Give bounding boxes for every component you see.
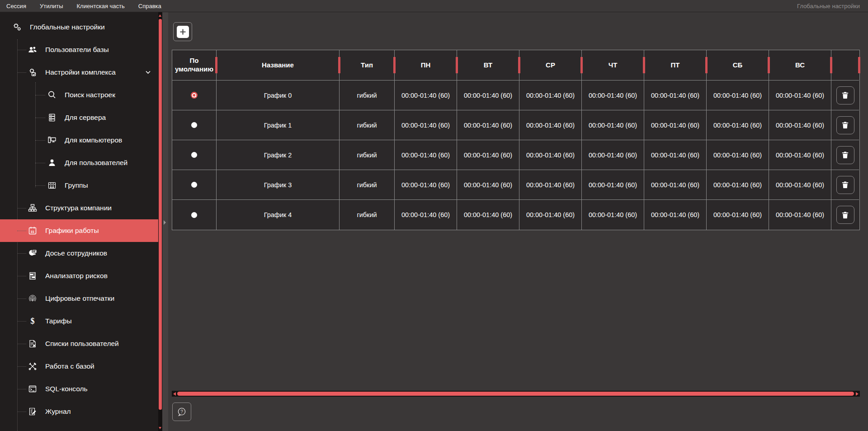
schedule-type-cell: гибкий — [340, 200, 395, 230]
sidebar-item-db-maintenance[interactable]: Работа с базой — [0, 355, 159, 378]
sidebar-item-label: Журнал — [45, 407, 71, 416]
schedule-type-cell: гибкий — [340, 81, 395, 110]
sidebar-item-label: Тарифы — [45, 317, 72, 325]
sidebar-scrollbar-thumb[interactable] — [159, 19, 162, 410]
schedule-name-cell: График 2 — [217, 140, 340, 170]
column-header-default: По умолчанию — [172, 50, 217, 81]
sidebar-item-complex-settings[interactable]: Настройки комплекса — [0, 61, 159, 84]
sidebar-item-for-users[interactable]: Для пользователей — [0, 152, 159, 174]
day-time-cell: 00:00-01:40 (60) — [395, 140, 457, 170]
delete-schedule-button[interactable] — [836, 176, 854, 194]
day-time-cell: 00:00-01:40 (60) — [769, 200, 831, 230]
sidebar-item-for-server[interactable]: Для сервера — [0, 106, 159, 129]
day-time-cell: 00:00-01:40 (60) — [582, 200, 644, 230]
delete-schedule-button[interactable] — [836, 86, 854, 104]
sidebar-item-label: Пользователи базы — [45, 46, 109, 54]
menu-utilities[interactable]: Утилиты — [40, 3, 63, 9]
sidebar-item-risk-analyzer[interactable]: Анализатор рисков — [0, 265, 159, 287]
sidebar-item-global-settings[interactable]: Глобальные настройки — [0, 16, 159, 38]
day-time-cell: 00:00-01:40 (60) — [395, 200, 457, 230]
sidebar-item-label: Для компьютеров — [65, 136, 122, 144]
day-time-cell: 00:00-01:40 (60) — [644, 140, 707, 170]
panel-collapse-handle-icon[interactable] — [164, 220, 166, 225]
sidebar-item-db-users[interactable]: Пользователи базы — [0, 38, 159, 61]
sidebar-item-settings-search[interactable]: Поиск настроек — [0, 84, 159, 106]
sidebar-item-work-schedules[interactable]: 31Графики работы — [0, 219, 159, 242]
calendar-31-icon: 31 — [27, 225, 38, 236]
computer-icon — [47, 135, 57, 146]
sidebar-item-label: Группы — [65, 181, 88, 189]
svg-text:$: $ — [31, 317, 35, 326]
schedule-name-cell: График 0 — [217, 81, 340, 110]
day-time-cell: 00:00-01:40 (60) — [395, 170, 457, 200]
gears-icon — [12, 22, 23, 33]
sidebar-item-sql-console[interactable]: SQL-консоль — [0, 378, 159, 400]
sidebar-item-company-structure[interactable]: Структура компании — [0, 197, 159, 219]
chevron-down-icon — [146, 71, 151, 74]
delete-schedule-button[interactable] — [836, 206, 854, 224]
content-area: По умолчаниюНазваниеТипПНВТСРЧТПТСБВСГра… — [168, 12, 868, 431]
table-row-default-cell — [172, 200, 217, 230]
scroll-up-arrow-icon[interactable] — [159, 14, 161, 17]
column-header-sat: СБ — [707, 50, 769, 81]
default-radio[interactable] — [191, 182, 197, 188]
dossier-icon — [27, 248, 38, 259]
column-header-thu: ЧТ — [582, 50, 644, 81]
console-icon — [27, 384, 38, 394]
table-row-actions-cell — [831, 110, 859, 140]
schedule-type-cell: гибкий — [340, 140, 395, 170]
sidebar-scrollbar[interactable] — [158, 12, 162, 431]
menu-help[interactable]: Справка — [138, 3, 161, 9]
delete-schedule-button[interactable] — [836, 146, 854, 164]
sidebar-item-label: Глобальные настройки — [30, 23, 105, 31]
default-radio[interactable] — [191, 212, 197, 218]
risk-list-icon — [27, 270, 38, 281]
scroll-left-arrow-icon[interactable] — [173, 392, 176, 396]
schedule-type-cell: гибкий — [340, 170, 395, 200]
day-time-cell: 00:00-01:40 (60) — [457, 140, 519, 170]
scroll-right-arrow-icon[interactable] — [856, 392, 859, 396]
sidebar-item-employee-dossiers[interactable]: Досье сотрудников — [0, 242, 159, 265]
sidebar-item-digital-fingerprints[interactable]: Цифровые отпечатки — [0, 287, 159, 310]
add-schedule-button[interactable] — [173, 22, 192, 41]
sidebar-item-groups[interactable]: Группы — [0, 174, 159, 197]
scroll-down-arrow-icon[interactable] — [159, 427, 161, 429]
main-menu: СессияУтилитыКлиентская частьСправка — [6, 3, 161, 9]
sidebar-item-tariffs[interactable]: $Тарифы — [0, 310, 159, 332]
menu-session[interactable]: Сессия — [6, 3, 26, 9]
sidebar-item-user-lists[interactable]: Списки пользователей — [0, 332, 159, 355]
menu-client-part[interactable]: Клиентская часть — [77, 3, 125, 9]
svg-text:31: 31 — [31, 230, 34, 234]
default-radio[interactable] — [191, 152, 197, 158]
default-radio[interactable] — [191, 92, 198, 99]
tree-connector — [35, 185, 45, 186]
schedule-type-cell: гибкий — [340, 110, 395, 140]
day-time-cell: 00:00-01:40 (60) — [519, 110, 582, 140]
horizontal-scrollbar[interactable] — [172, 391, 860, 397]
horizontal-scrollbar-thumb[interactable] — [177, 392, 854, 396]
delete-schedule-button[interactable] — [836, 116, 854, 134]
sidebar-item-journal[interactable]: Журнал — [0, 400, 159, 423]
day-time-cell: 00:00-01:40 (60) — [644, 200, 707, 230]
table-row-default-cell — [172, 110, 217, 140]
help-button[interactable]: ? — [172, 403, 191, 421]
sidebar-item-partial-bottom[interactable] — [0, 423, 159, 431]
sidebar-item-for-computers[interactable]: Для компьютеров — [0, 129, 159, 152]
sidebar-item-label: SQL-консоль — [45, 385, 88, 393]
menubar: СессияУтилитыКлиентская частьСправка Гло… — [0, 0, 868, 12]
day-time-cell: 00:00-01:40 (60) — [707, 200, 769, 230]
day-time-cell: 00:00-01:40 (60) — [519, 81, 582, 110]
sidebar-item-label: Досье сотрудников — [45, 249, 107, 257]
day-time-cell: 00:00-01:40 (60) — [582, 81, 644, 110]
server-icon — [47, 112, 57, 123]
dollar-icon: $ — [27, 316, 38, 327]
sidebar: Глобальные настройкиПользователи базыНас… — [0, 12, 159, 431]
default-radio[interactable] — [191, 122, 197, 128]
column-header-wed: СР — [519, 50, 582, 81]
search-icon — [47, 90, 57, 100]
tree-connector — [35, 140, 45, 141]
day-time-cell: 00:00-01:40 (60) — [519, 140, 582, 170]
tree-connector — [17, 298, 26, 299]
tree-connector — [17, 50, 26, 50]
sidebar-item-label: Цифровые отпечатки — [45, 294, 114, 303]
